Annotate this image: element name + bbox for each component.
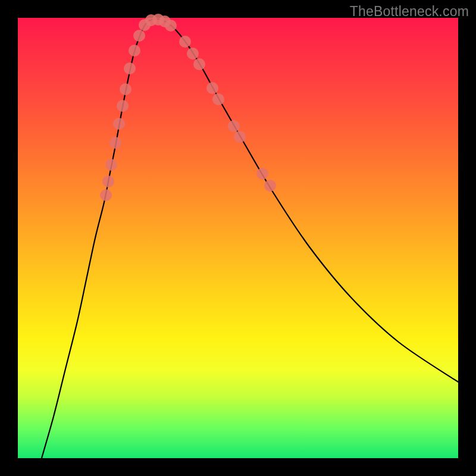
- highlight-dot: [117, 100, 129, 112]
- highlight-dot: [109, 137, 121, 149]
- plot-area: [18, 18, 458, 458]
- highlight-dots: [100, 14, 276, 201]
- highlight-dot: [120, 83, 131, 95]
- watermark-text: TheBottleneck.com: [350, 4, 469, 20]
- highlight-dot: [206, 82, 218, 94]
- highlight-dot: [102, 176, 114, 187]
- highlight-dot: [124, 62, 136, 74]
- highlight-dot: [193, 58, 205, 70]
- highlight-dot: [234, 131, 246, 143]
- highlight-dot: [179, 36, 191, 48]
- highlight-dot: [113, 118, 125, 130]
- chart-frame: TheBottleneck.com: [0, 0, 476, 476]
- highlight-dot: [212, 93, 224, 105]
- bottleneck-curve: [42, 19, 458, 458]
- highlight-dot: [100, 189, 112, 201]
- highlight-dot: [256, 168, 268, 180]
- highlight-dot: [264, 180, 276, 192]
- highlight-dot: [165, 20, 177, 32]
- highlight-dot: [133, 30, 145, 42]
- curve-svg: [18, 18, 458, 458]
- highlight-dot: [228, 120, 240, 132]
- highlight-dot: [187, 48, 199, 60]
- highlight-dot: [105, 159, 117, 171]
- highlight-dot: [129, 45, 140, 57]
